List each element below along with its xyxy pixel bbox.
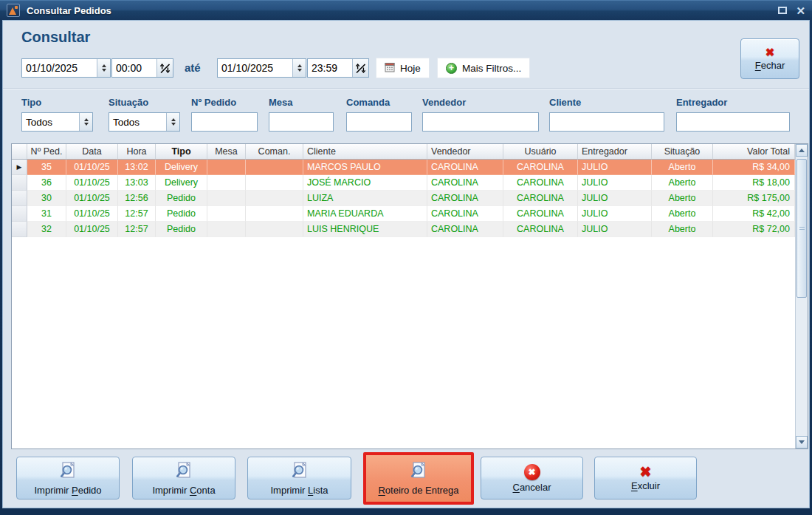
filter-vendedor: Vendedor <box>422 97 539 132</box>
table-row[interactable]: 3001/10/2512:56PedidoLUIZACAROLINACAROLI… <box>12 191 808 206</box>
cell-coman <box>246 175 303 191</box>
column-header-coman[interactable]: Coman. <box>246 144 303 159</box>
column-header-entregador[interactable]: Entregador <box>578 144 652 159</box>
imprimir-conta-label: Imprimir Conta <box>152 485 215 496</box>
cell-mesa <box>207 206 246 222</box>
filter-situacao-spinner-icon[interactable] <box>166 113 179 131</box>
cell-num: 36 <box>27 175 66 191</box>
cell-cliente: JOSÉ MARCIO <box>303 175 427 191</box>
time-to-field[interactable]: 23:59 <box>307 58 369 78</box>
cell-coman <box>246 160 303 175</box>
cell-valor: R$ 175,00 <box>713 191 795 206</box>
table-row[interactable]: 3101/10/2512:57PedidoMARIA EDUARDACAROLI… <box>12 206 808 222</box>
filter-num_pedido-label: Nº Pedido <box>191 97 258 108</box>
cancelar-label: Cancelar <box>512 482 551 493</box>
filter-cliente-input[interactable] <box>549 112 664 132</box>
imprimir-conta-button[interactable]: Imprimir Conta <box>132 457 235 499</box>
filter-tipo: TipoTodos <box>21 97 93 132</box>
filter-comanda-input[interactable] <box>346 112 412 132</box>
cell-tipo: Pedido <box>156 206 207 222</box>
fechar-button[interactable]: ✖ Fechar <box>740 38 799 79</box>
print-search-icon <box>175 461 193 483</box>
roteiro-de-entrega-button[interactable]: Roteiro de Entrega <box>363 452 474 505</box>
row-selector-cell <box>12 175 27 191</box>
cell-data: 01/10/25 <box>66 160 118 175</box>
filter-situacao: SituaçãoTodos <box>109 97 180 132</box>
cell-hora: 12:57 <box>118 222 156 237</box>
column-header-situacao[interactable]: Situação <box>652 144 713 159</box>
filter-entregador: Entregador <box>676 97 790 132</box>
filter-mesa-input[interactable] <box>269 112 334 132</box>
cell-mesa <box>207 160 246 175</box>
table-row[interactable]: ▶3501/10/2513:02DeliveryMARCOS PAULOCARO… <box>12 160 808 175</box>
cell-usuario: CAROLINA <box>503 206 578 222</box>
vertical-scrollbar[interactable] <box>795 144 808 449</box>
cell-cliente: MARIA EDUARDA <box>303 206 427 222</box>
filter-vendedor-input[interactable] <box>422 112 539 132</box>
column-header-hora[interactable]: Hora <box>118 144 156 159</box>
table-row[interactable]: 3201/10/2512:57PedidoLUIS HENRIQUECAROLI… <box>12 222 808 237</box>
fechar-label: Fechar <box>755 60 785 71</box>
cell-data: 01/10/25 <box>66 222 118 237</box>
filter-vendedor-label: Vendedor <box>422 97 539 108</box>
scrollbar-thumb[interactable] <box>796 159 807 298</box>
cell-hora: 13:02 <box>118 160 156 175</box>
cell-num: 35 <box>27 160 66 175</box>
imprimir-pedido-button[interactable]: Imprimir Pedido <box>16 457 120 499</box>
date-from-field[interactable]: 01/10/2025 <box>21 58 111 78</box>
cell-valor: R$ 72,00 <box>713 222 795 237</box>
cell-num: 32 <box>27 222 66 237</box>
close-icon[interactable]: ✕ <box>796 5 805 16</box>
cell-coman <box>246 191 303 206</box>
column-header-cliente[interactable]: Cliente <box>303 144 427 159</box>
scroll-up-icon[interactable] <box>796 144 808 157</box>
filter-tipo-label: Tipo <box>21 97 93 108</box>
cell-coman <box>246 206 303 222</box>
range-separator-label: até <box>185 61 201 74</box>
maximize-icon[interactable] <box>778 4 787 17</box>
column-header-tipo[interactable]: Tipo <box>156 144 207 159</box>
cell-situacao: Aberto <box>652 160 713 175</box>
titlebar[interactable]: Consultar Pedidos ✕ <box>0 0 812 20</box>
column-header-data[interactable]: Data <box>66 144 118 159</box>
print-search-icon <box>291 461 309 483</box>
mais-filtros-button[interactable]: + Mais Filtros... <box>437 58 530 78</box>
column-header-mesa[interactable]: Mesa <box>207 144 246 159</box>
cell-usuario: CAROLINA <box>503 222 578 237</box>
column-header-usuario[interactable]: Usuário <box>503 144 578 159</box>
filter-mesa-label: Mesa <box>269 97 334 108</box>
filter-num_pedido-input[interactable] <box>191 112 258 132</box>
filter-situacao-select[interactable]: Todos <box>109 112 180 132</box>
filter-entregador-label: Entregador <box>676 97 790 108</box>
cell-mesa <box>207 191 246 206</box>
column-header-num[interactable]: Nº Ped. <box>27 144 66 159</box>
time-from-picker-icon[interactable] <box>156 59 173 77</box>
excluir-button[interactable]: ✖Excluir <box>594 457 697 499</box>
imprimir-lista-button[interactable]: Imprimir Lista <box>247 457 351 499</box>
scroll-down-icon[interactable] <box>796 436 808 449</box>
hoje-button[interactable]: Hoje <box>376 58 430 78</box>
cell-tipo: Pedido <box>156 191 207 206</box>
row-selector-cell <box>12 191 27 206</box>
column-header-valor[interactable]: Valor Total <box>713 144 795 159</box>
cell-num: 31 <box>27 206 66 222</box>
cancelar-button[interactable]: ✖Cancelar <box>481 457 583 499</box>
filter-cliente-label: Cliente <box>549 97 664 108</box>
time-to-picker-icon[interactable] <box>352 59 368 77</box>
filter-tipo-spinner-icon[interactable] <box>79 113 92 131</box>
cell-cliente: MARCOS PAULO <box>303 160 427 175</box>
cell-mesa <box>207 222 246 237</box>
filter-entregador-input[interactable] <box>676 112 790 132</box>
cell-num: 30 <box>27 191 66 206</box>
table-row[interactable]: 3601/10/2513:03DeliveryJOSÉ MARCIOCAROLI… <box>12 175 808 191</box>
date-from-spinner-icon[interactable] <box>97 59 110 77</box>
cell-situacao: Aberto <box>652 175 713 191</box>
filter-tipo-select[interactable]: Todos <box>21 112 93 132</box>
date-to-spinner-icon[interactable] <box>292 59 306 77</box>
cell-entregador: JULIO <box>578 160 652 175</box>
cell-vendedor: CAROLINA <box>427 222 503 237</box>
time-from-field[interactable]: 00:00 <box>111 58 173 78</box>
column-header-vendedor[interactable]: Vendedor <box>427 144 503 159</box>
date-to-field[interactable]: 01/10/2025 <box>217 58 306 78</box>
cell-valor: R$ 42,00 <box>713 206 795 222</box>
